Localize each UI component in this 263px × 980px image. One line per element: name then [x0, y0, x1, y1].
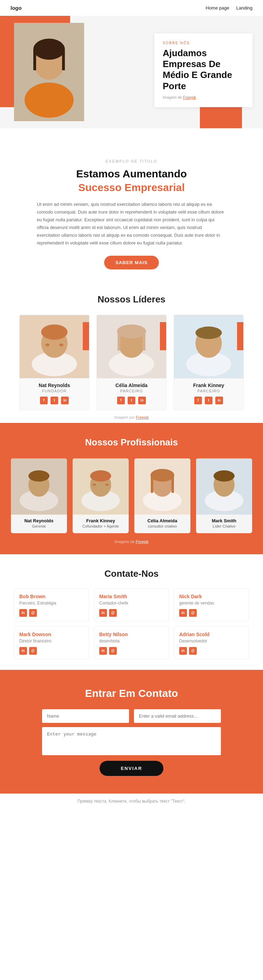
prof-name-3: Mark Smith — [196, 518, 252, 523]
hero-card-title: Ajudamos Empresas De Médio E Grande Port… — [163, 48, 244, 92]
leader-orange-accent-2 — [237, 322, 243, 350]
twitter-icon-0[interactable]: t — [51, 396, 58, 404]
leader-social-2: f t in — [174, 396, 243, 404]
instagram-icon-1[interactable]: in — [138, 396, 146, 404]
contact-card-4: Betty Nilson desenhista in @ — [94, 626, 169, 659]
prof-role-2: consultor criativo — [134, 524, 190, 528]
contact-name-0: Bob Brown — [19, 593, 84, 599]
hero-img-link[interactable]: Freepik — [183, 95, 196, 99]
twitter-icon-2[interactable]: t — [205, 396, 212, 404]
form-name-input[interactable] — [42, 709, 129, 723]
leaders-section: Nossos Líderes Nat Reynolds FUNDADOR f t… — [0, 283, 263, 423]
prof-role-0: Gerente — [11, 524, 67, 528]
contact-name-1: Maria Smith — [99, 593, 164, 599]
prof-role-1: Cofundador + Agente — [73, 524, 129, 528]
twitter-icon-1[interactable]: t — [128, 396, 135, 404]
email-icon-c3[interactable]: @ — [29, 647, 37, 655]
leader-role-0: FUNDADOR — [20, 389, 89, 393]
prof-role-3: Líder Criativo — [196, 524, 252, 528]
professionals-section: Nossos Profissionais Nat Reynolds Gerent… — [0, 423, 263, 554]
contact-card-3: Mark Dowson Diretor financeiro in @ — [14, 626, 89, 659]
svg-point-9 — [41, 324, 67, 340]
prof-photo-0 — [11, 458, 67, 515]
email-icon-c0[interactable]: @ — [29, 609, 37, 617]
prof-photo-3 — [196, 458, 252, 515]
linkedin-icon-c3[interactable]: in — [19, 647, 27, 655]
email-icon-c4[interactable]: @ — [109, 647, 117, 655]
contact-us-title: Contate-Nos — [14, 568, 249, 579]
svg-point-3 — [33, 39, 65, 60]
form-email-input[interactable] — [134, 709, 221, 723]
contact-form-section: Entrar Em Contato ENVIAR — [0, 670, 263, 794]
svg-point-1 — [25, 83, 74, 118]
linkedin-icon-c0[interactable]: in — [19, 609, 27, 617]
linkedin-icon-c1[interactable]: in — [99, 609, 107, 617]
email-icon-c1[interactable]: @ — [109, 609, 117, 617]
leader-role-1: PARCEIRO — [97, 389, 166, 393]
form-message-textarea[interactable] — [42, 727, 221, 755]
facebook-icon-0[interactable]: f — [40, 396, 48, 404]
contact-role-0: Parceiro, Estratégia — [19, 601, 84, 606]
contact-card-0: Bob Brown Parceiro, Estratégia in @ — [14, 589, 89, 621]
leader-photo-1 — [97, 315, 166, 378]
svg-point-31 — [105, 484, 109, 486]
hero-person-image — [14, 23, 84, 121]
facebook-icon-1[interactable]: f — [117, 396, 125, 404]
form-name-email-row — [42, 709, 221, 723]
contact-role-4: desenhista — [99, 639, 164, 643]
footer-note: Пример текста. Кликните, чтобы выбрать т… — [0, 794, 263, 808]
hero-img-credit: Imagem de Freepik — [163, 95, 244, 99]
prof-img-link[interactable]: Freepik — [136, 539, 149, 544]
svg-rect-37 — [171, 475, 174, 493]
linkedin-icon-c2[interactable]: in — [179, 609, 187, 617]
nav-links: Home page Landing — [206, 5, 253, 11]
contact-name-5: Adrian Scold — [179, 632, 244, 637]
leader-photo-2 — [174, 315, 243, 378]
contact-name-3: Mark Dowson — [19, 632, 84, 637]
instagram-icon-0[interactable]: in — [61, 396, 69, 404]
contact-card-5: Adrian Scold Desenvolvedor in @ — [174, 626, 249, 659]
nav-landing[interactable]: Landing — [236, 5, 252, 11]
navigation: logo Home page Landing — [0, 0, 263, 16]
svg-rect-4 — [33, 49, 36, 70]
linkedin-icon-c5[interactable]: in — [179, 647, 187, 655]
svg-rect-36 — [151, 475, 153, 493]
submit-button[interactable]: ENVIAR — [100, 761, 163, 776]
professionals-grid: Nat Reynolds Gerente Frank Kinney Cofund… — [11, 458, 252, 533]
intro-title: Estamos Aumentando Sucesso Empresarial — [21, 167, 242, 194]
intro-text: Ut enim ad minim veniam, quis nostrud ex… — [37, 200, 226, 247]
contact-social-3: in @ — [19, 647, 84, 655]
prof-photo-2 — [134, 458, 190, 515]
svg-point-41 — [214, 470, 234, 482]
prof-card-1: Frank Kinney Cofundador + Agente — [73, 458, 129, 533]
linkedin-icon-c4[interactable]: in — [99, 647, 107, 655]
leaders-img-credit: Imagem por Freepik — [11, 415, 252, 419]
nav-home[interactable]: Home page — [206, 5, 229, 11]
intro-title-line1: Estamos Aumentando — [76, 168, 187, 180]
leader-name-1: Célia Almeida — [97, 382, 166, 388]
leader-photo-0 — [20, 315, 89, 378]
email-icon-c2[interactable]: @ — [189, 609, 197, 617]
contact-card-1: Maria Smith Contador-chefe in @ — [94, 589, 169, 621]
leader-social-0: f t in — [20, 396, 89, 404]
svg-point-21 — [195, 326, 222, 339]
leader-orange-accent-1 — [160, 322, 166, 350]
svg-point-11 — [59, 344, 63, 346]
leader-name-0: Nat Reynolds — [20, 382, 89, 388]
leaders-grid: Nat Reynolds FUNDADOR f t in Célia — [11, 315, 252, 410]
prof-name-0: Nat Reynolds — [11, 518, 67, 523]
facebook-icon-2[interactable]: f — [194, 396, 202, 404]
contact-role-1: Contador-chefe — [99, 601, 164, 606]
leaders-img-link[interactable]: Freepik — [136, 415, 149, 419]
contact-card-2: Nick Dark gerente de vendas in @ — [174, 589, 249, 621]
leaders-title: Nossos Líderes — [11, 294, 252, 305]
contact-role-3: Diretor financeiro — [19, 639, 84, 643]
prof-card-3: Mark Smith Líder Criativo — [196, 458, 252, 533]
prof-card-0: Nat Reynolds Gerente — [11, 458, 67, 533]
saber-mais-button[interactable]: SABER MAIS — [104, 256, 159, 269]
svg-point-30 — [93, 484, 96, 486]
email-icon-c5[interactable]: @ — [189, 647, 197, 655]
svg-point-29 — [90, 470, 111, 482]
instagram-icon-2[interactable]: in — [215, 396, 223, 404]
hero-card: SOBRE NÓS Ajudamos Empresas De Médio E G… — [154, 33, 252, 107]
